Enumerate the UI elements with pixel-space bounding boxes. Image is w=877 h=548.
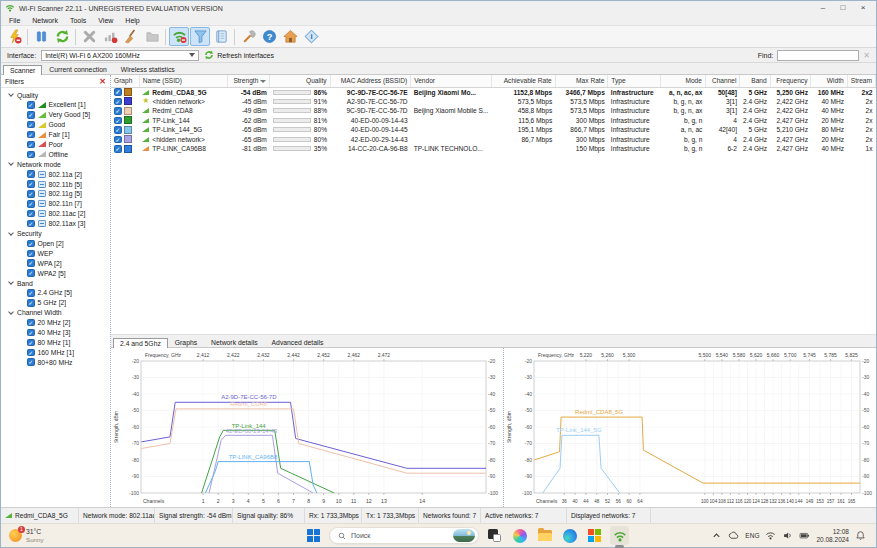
filter-item[interactable]: ✓802.11g [5] [1, 189, 110, 199]
table-row[interactable]: ✓Redmi_CDA8_5G-54 dBm86%9C-9D-7E-CC-56-7… [111, 87, 876, 97]
about-button[interactable]: i [301, 27, 321, 46]
table-row[interactable]: ✓TP-LINK_CA96B8-81 dBm35%14-CC-20-CA-96-… [111, 144, 876, 154]
notifications-bell-icon[interactable] [855, 530, 866, 541]
column-header-width[interactable]: Width [811, 75, 847, 87]
tray-chevron-up-icon[interactable] [711, 530, 722, 541]
table-row[interactable]: ✓TP-Link_144_5G-65 dBm80%40-ED-00-09-14-… [111, 125, 876, 135]
filter-item[interactable]: ✓Poor [1, 140, 110, 150]
table-row[interactable]: ✓★<hidden network>-45 dBm91%A2-9D-7E-CC-… [111, 97, 876, 107]
filter-group-security[interactable]: Security [1, 229, 110, 239]
filter-item[interactable]: ✓Good [1, 120, 110, 130]
column-header-frequency[interactable]: Frequency [770, 75, 811, 87]
rescan-button[interactable] [52, 27, 72, 46]
filter-group-quality[interactable]: Quality [1, 90, 110, 100]
refresh-interfaces-button[interactable]: Refresh interfaces [204, 50, 274, 60]
taskbar-clock[interactable]: 12:08 20.08.2024 [816, 528, 849, 544]
checkbox-checked[interactable]: ✓ [114, 136, 122, 144]
filter-group-band[interactable]: Band [1, 278, 110, 288]
filter-item[interactable]: ✓802.11b [5] [1, 179, 110, 189]
wifi-scanner-button[interactable] [610, 526, 629, 545]
checkbox-checked[interactable]: ✓ [27, 269, 35, 277]
filter-item[interactable]: ✓80 MHz [1] [1, 338, 110, 348]
checkbox-checked[interactable]: ✓ [114, 145, 122, 153]
menu-tools[interactable]: Tools [64, 17, 92, 24]
menu-network[interactable]: Network [26, 17, 64, 24]
checkbox-checked[interactable]: ✓ [114, 117, 122, 125]
table-row[interactable]: ✓TP-Link_144-62 dBm81%40-ED-00-09-14-431… [111, 116, 876, 126]
checkbox-checked[interactable]: ✓ [27, 329, 35, 337]
filter-item[interactable]: ✓160 MHz [1] [1, 347, 110, 357]
edge-button[interactable] [560, 526, 579, 545]
delete-button[interactable] [79, 27, 99, 46]
checkbox-checked[interactable]: ✓ [27, 200, 35, 208]
checkbox-checked[interactable]: ✓ [27, 180, 35, 188]
filter-item[interactable]: ✓802.11n [7] [1, 199, 110, 209]
filter-item[interactable]: ✓WPA2 [5] [1, 268, 110, 278]
filter-group-channel-width[interactable]: Channel Width [1, 308, 110, 318]
table-row[interactable]: ✓<hidden network>-65 dBm80%42-ED-00-29-1… [111, 135, 876, 145]
checkbox-checked[interactable]: ✓ [27, 259, 35, 267]
column-header-band[interactable]: Band [740, 75, 770, 87]
checkbox-checked[interactable]: ✓ [27, 339, 35, 347]
checkbox-checked[interactable]: ✓ [27, 220, 35, 228]
find-input[interactable] [777, 50, 859, 61]
checkbox-checked[interactable]: ✓ [27, 151, 35, 159]
checkbox-checked[interactable]: ✓ [114, 107, 122, 115]
filter-item[interactable]: ✓802.11a [2] [1, 169, 110, 179]
checkbox-checked[interactable]: ✓ [27, 170, 35, 178]
filter-item[interactable]: ✓20 MHz [2] [1, 318, 110, 328]
menu-file[interactable]: File [3, 17, 26, 24]
table-row[interactable]: ✓Redmi_CDA8-49 dBm88%9C-9D-7E-CC-56-7DBe… [111, 106, 876, 116]
tab-advanced-details[interactable]: Advanced details [265, 337, 331, 347]
checkbox-checked[interactable]: ✓ [27, 240, 35, 248]
column-header-streams[interactable]: Stream [847, 75, 875, 87]
tab-2-4-and-5ghz[interactable]: 2.4 and 5Ghz [113, 338, 168, 348]
filter-item[interactable]: ✓Excellent [1] [1, 100, 110, 110]
cleanup-button[interactable] [121, 27, 141, 46]
volume-icon[interactable] [782, 530, 793, 541]
checkbox-checked[interactable]: ✓ [27, 111, 35, 119]
filter-item[interactable]: ✓WEP [1, 248, 110, 258]
tab-wireless-statistics[interactable]: Wireless statistics [114, 64, 182, 74]
checkbox-checked[interactable]: ✓ [114, 98, 122, 106]
onedrive-cloud-icon[interactable] [728, 530, 739, 541]
filter-button[interactable] [190, 27, 210, 46]
copilot-button[interactable] [510, 526, 529, 545]
help-button[interactable]: ? [259, 27, 279, 46]
search-box[interactable]: Поиск [329, 527, 479, 544]
checkbox-checked[interactable]: ✓ [27, 250, 35, 258]
find-clear-icon[interactable]: ✕ [863, 51, 870, 60]
task-view-button[interactable] [485, 526, 504, 545]
minimize-button[interactable]: – [814, 2, 832, 14]
tab-network-details[interactable]: Network details [204, 337, 264, 347]
tab-scanner[interactable]: Scanner [3, 65, 42, 75]
filter-item[interactable]: ✓Very Good [5] [1, 110, 110, 120]
pause-button[interactable] [31, 27, 51, 46]
column-header-quality[interactable]: Quality [270, 75, 330, 87]
checkbox-checked[interactable]: ✓ [27, 131, 35, 139]
checkbox-checked[interactable]: ✓ [27, 210, 35, 218]
filter-item[interactable]: ✓5 GHz [2] [1, 298, 110, 308]
filter-item[interactable]: ✓Fair [1] [1, 130, 110, 140]
checkbox-checked[interactable]: ✓ [27, 289, 35, 297]
filter-item[interactable]: ✓WPA [2] [1, 258, 110, 268]
filter-item[interactable]: ✓Offline [1, 149, 110, 159]
taskbar-weather-widget[interactable]: 1 31°C Sunny [1, 528, 44, 543]
checkbox-checked[interactable]: ✓ [27, 141, 35, 149]
filter-item[interactable]: ✓802.11ac [2] [1, 209, 110, 219]
signal-level-button[interactable] [100, 27, 120, 46]
column-header-mac[interactable]: MAC Address (BSSID) [330, 75, 411, 87]
archive-button[interactable] [142, 27, 162, 46]
home-button[interactable] [280, 27, 300, 46]
checkbox-checked[interactable]: ✓ [27, 190, 35, 198]
filter-item[interactable]: ✓80+80 MHz [1, 357, 110, 367]
disconnect-button[interactable] [4, 27, 24, 46]
tab-graphs[interactable]: Graphs [168, 337, 204, 347]
column-header-strength[interactable]: Strength [227, 75, 270, 87]
checkbox-checked[interactable]: ✓ [27, 299, 35, 307]
column-header-mode[interactable]: Mode [660, 75, 705, 87]
checkbox-checked[interactable]: ✓ [114, 88, 122, 96]
filter-item[interactable]: ✓802.11ax [3] [1, 219, 110, 229]
checkbox-checked[interactable]: ✓ [27, 101, 35, 109]
column-header-graph[interactable]: Graph [111, 75, 139, 87]
